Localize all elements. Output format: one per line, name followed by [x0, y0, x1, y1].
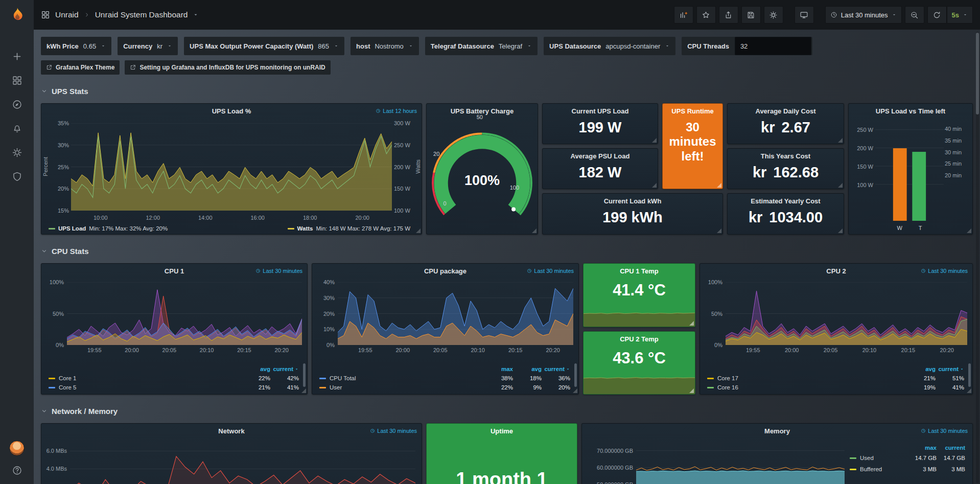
legend-scrollbar[interactable] [574, 363, 577, 387]
legend-row: Buffered 3 MB 3 MB [850, 464, 965, 475]
panel-title[interactable]: Current UPS Load [543, 104, 658, 119]
legend-row: CPU Total 38% 18% 36% [319, 374, 570, 383]
legend-col-avg[interactable]: avg [513, 366, 542, 372]
page-scrollbar[interactable] [976, 32, 979, 483]
panel-title[interactable]: Memory [582, 424, 972, 439]
time-override-label: Last 30 minutes [377, 428, 417, 434]
chevron-down-icon [41, 88, 48, 95]
panel-network: Network Last 30 minutes 6.0 MBs4.0 MBs2.… [41, 423, 422, 484]
variable-value: Nostromo [375, 42, 403, 50]
panel-title[interactable]: Uptime [427, 424, 577, 439]
sidebar-item-alerting[interactable] [12, 123, 22, 134]
panel-average-daily-cost: Average Daily Cost kr2.67 [727, 103, 844, 144]
panel-current-load-kwh: Current Load kWh 199 kWh [542, 193, 723, 235]
add-panel-button[interactable] [674, 6, 693, 24]
panel-title[interactable]: This Years Cost [728, 149, 844, 164]
legend-col-current[interactable]: current [270, 366, 299, 372]
legend-item-watts[interactable]: WattsMin: 148 W Max: 278 W Avg: 175 W [288, 225, 410, 232]
refresh-interval-picker[interactable]: 5s [947, 6, 973, 24]
save-button[interactable] [741, 6, 761, 24]
cpu-threads-input[interactable] [735, 37, 811, 55]
cpu-package-chart[interactable] [338, 282, 573, 345]
sidebar-item-dashboards[interactable] [12, 75, 22, 86]
legend-value: 19% [907, 384, 936, 390]
tv-mode-button[interactable] [795, 6, 814, 24]
clock-icon [921, 268, 926, 273]
legend-series-name[interactable]: Used [860, 455, 908, 461]
cpu1-chart[interactable] [67, 282, 302, 345]
dashboard-settings-button[interactable] [764, 6, 783, 24]
network-chart[interactable] [70, 442, 415, 484]
memory-chart[interactable] [636, 442, 845, 484]
link-label: Setting up Grafana and InfluxDB for UPS … [139, 64, 325, 71]
refresh-button[interactable] [927, 6, 947, 24]
panel-title[interactable]: Average PSU Load [543, 149, 658, 164]
panel-uptime: Uptime 1 month 1 [426, 423, 577, 484]
sidebar [0, 0, 34, 484]
section-network-memory[interactable]: Network / Memory [41, 405, 973, 417]
legend-col-current[interactable]: current [936, 366, 964, 372]
star-button[interactable] [696, 6, 716, 24]
legend-stats: Min: 148 W Max: 278 W Avg: 175 W [316, 225, 411, 232]
time-override-label: Last 12 hours [383, 108, 417, 114]
legend-col-current[interactable]: current [542, 366, 570, 372]
user-avatar[interactable] [9, 441, 25, 456]
legend-series-name[interactable]: User [330, 384, 484, 390]
dashboard-picker-icon[interactable] [41, 10, 50, 19]
legend-series-name[interactable]: Core 16 [717, 384, 907, 390]
share-button[interactable] [719, 6, 738, 24]
breadcrumb-app[interactable]: Unraid [55, 10, 79, 19]
legend-series-name[interactable]: Core 5 [59, 384, 242, 390]
legend-value: 3 MB [937, 466, 965, 472]
panel-title[interactable]: Estimated Yearly Cost [728, 194, 844, 209]
section-ups-stats[interactable]: UPS Stats [41, 85, 973, 97]
legend-series-name[interactable]: CPU Total [330, 375, 484, 381]
legend-scrollbar[interactable] [303, 363, 306, 387]
zoom-out-button[interactable] [905, 6, 924, 24]
variable-telegraf-datasource[interactable]: Telegraf Datasource Telegraf [425, 37, 538, 55]
legend-col-avg[interactable]: avg [242, 366, 270, 372]
caret-down-icon[interactable] [193, 12, 199, 18]
variable-currency[interactable]: Currency kr [118, 37, 178, 55]
legend-series-name[interactable]: Core 17 [717, 375, 907, 381]
panel-title[interactable]: Current Load kWh [543, 194, 722, 209]
sidebar-item-explore[interactable] [12, 99, 22, 110]
grafana-logo[interactable] [0, 0, 34, 31]
sidebar-item-create[interactable] [12, 51, 22, 62]
legend-col-max[interactable]: max [908, 445, 937, 451]
section-title: UPS Stats [52, 87, 88, 96]
panel-title[interactable]: CPU 1 Temp [584, 264, 695, 279]
legend-col-current[interactable]: current [937, 445, 965, 451]
panel-title[interactable]: UPS Runtime [663, 104, 722, 119]
dashboard-link-plex-theme[interactable]: Grafana Plex Theme [41, 60, 120, 75]
legend-col-max[interactable]: max [484, 366, 513, 372]
variable-ups-datasource[interactable]: UPS Datasource apcupsd-container [544, 37, 675, 55]
legend-row: User 22% 9% 20% [319, 383, 570, 392]
legend-scrollbar[interactable] [968, 363, 971, 387]
sidebar-item-configuration[interactable] [12, 147, 22, 158]
panel-title[interactable]: UPS Load vs Time left [849, 104, 972, 119]
ups-load-chart[interactable] [71, 123, 392, 211]
legend-col-avg[interactable]: avg [907, 366, 936, 372]
variable-ups-max-output[interactable]: UPS Max Output Power Capacity (Watt) 865 [184, 37, 344, 55]
variable-host[interactable]: host Nostromo [351, 37, 419, 55]
legend-item-ups-load[interactable]: UPS LoadMin: 17% Max: 32% Avg: 20% [49, 225, 168, 232]
legend-series-name[interactable]: Core 1 [59, 375, 242, 381]
variable-kwh-price[interactable]: kWh Price 0.65 [41, 37, 111, 55]
panel-title[interactable]: UPS Load % [41, 104, 422, 119]
legend-series-name[interactable]: Buffered [860, 466, 908, 472]
section-cpu-stats[interactable]: CPU Stats [41, 245, 973, 257]
sidebar-item-server-admin[interactable] [12, 171, 22, 182]
stat-value: 43.6 °C [584, 349, 695, 367]
ups-bar-chart[interactable] [875, 124, 944, 221]
panel-title[interactable]: Network [41, 424, 422, 439]
sidebar-item-help[interactable] [12, 465, 22, 476]
panel-title[interactable]: Average Daily Cost [728, 104, 844, 119]
dashboard-link-ups-guide[interactable]: Setting up Grafana and InfluxDB for UPS … [125, 60, 330, 75]
time-range-picker[interactable]: Last 30 minutes [825, 6, 902, 24]
breadcrumb-dashboard-title[interactable]: Unraid System Dashboard [95, 10, 188, 19]
scrollbar-thumb[interactable] [976, 33, 979, 114]
variable-value: apcupsd-container [605, 42, 660, 50]
panel-title[interactable]: CPU 2 Temp [584, 332, 695, 347]
cpu2-chart[interactable] [726, 282, 967, 345]
